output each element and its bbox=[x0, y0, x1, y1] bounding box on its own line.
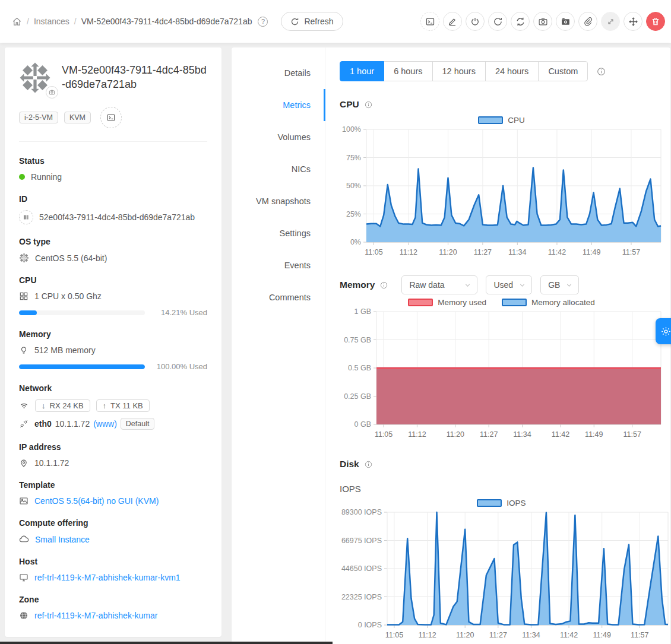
range-custom[interactable]: Custom bbox=[538, 61, 588, 81]
nic-name: eth0 bbox=[34, 419, 52, 429]
os-type-value: CentOS 5.5 (64-bit) bbox=[35, 253, 107, 263]
svg-text:11:12: 11:12 bbox=[400, 248, 417, 256]
tab-metrics[interactable]: Metrics bbox=[232, 89, 325, 121]
legend-iops[interactable]: IOPS bbox=[477, 499, 526, 507]
top-header: / Instances / VM-52e00f43-7911-4dc4-85bd… bbox=[0, 0, 671, 43]
svg-text:22325 IOPS: 22325 IOPS bbox=[341, 593, 382, 601]
memory-usage-label: 100.00% Used bbox=[157, 362, 207, 371]
location-pin-icon bbox=[19, 458, 29, 468]
memory-value: 512 MB memory bbox=[34, 345, 96, 355]
memory-unit-select[interactable]: GB bbox=[540, 275, 579, 294]
svg-text:11:57: 11:57 bbox=[631, 631, 648, 639]
cpu-chart[interactable]: 0%25%50%75%100%11:0511:1211:2011:2711:34… bbox=[340, 125, 663, 260]
bulb-icon bbox=[19, 345, 29, 355]
camera-badge-icon[interactable] bbox=[46, 86, 58, 99]
tab-events[interactable]: Events bbox=[232, 249, 325, 281]
svg-text:11:27: 11:27 bbox=[489, 631, 507, 639]
memory-info-icon[interactable] bbox=[379, 281, 388, 290]
nic-default-tag: Default bbox=[121, 418, 155, 430]
svg-text:11:34: 11:34 bbox=[508, 248, 526, 256]
cpu-chart-legend[interactable]: CPU bbox=[340, 116, 663, 125]
breadcrumb-current: VM-52e00f43-7911-4dc4-85bd-d69de7a721ab bbox=[81, 17, 252, 26]
ip-value: 10.1.1.72 bbox=[34, 458, 69, 468]
iops-chart[interactable]: 0 IOPS22325 IOPS44650 IOPS66975 IOPS8930… bbox=[340, 507, 670, 643]
console-icon[interactable] bbox=[100, 107, 122, 128]
legend-memory-allocated[interactable]: Memory allocated bbox=[502, 298, 595, 307]
chevron-down-icon bbox=[519, 282, 526, 288]
memory-chart[interactable]: 0 GB0.25 GB0.5 GB0.75 GB1 GB11:0511:1211… bbox=[340, 307, 663, 442]
host-link[interactable]: ref-trl-4119-k-M7-abhishek-kumar-kvm1 bbox=[34, 573, 181, 582]
host-section: Host ref-trl-4119-k-M7-abhishek-kumar-kv… bbox=[19, 557, 207, 582]
reinstall-button[interactable] bbox=[511, 12, 530, 31]
tx-chip[interactable]: ↑TX 11 KB bbox=[96, 399, 150, 412]
tab-settings[interactable]: Settings bbox=[232, 217, 325, 249]
range-6-hours[interactable]: 6 hours bbox=[384, 61, 432, 81]
memory-mode-select[interactable]: Raw data bbox=[401, 275, 477, 294]
reload-icon bbox=[290, 17, 299, 26]
scale-button[interactable] bbox=[601, 12, 620, 31]
cpu-value: 1 CPU x 0.50 Ghz bbox=[34, 291, 102, 301]
question-circle-icon[interactable]: ? bbox=[258, 17, 268, 27]
svg-text:89300 IOPS: 89300 IOPS bbox=[341, 508, 382, 516]
id-section: ID 52e00f43-7911-4dc4-85bd-d69de7a721ab bbox=[19, 194, 207, 224]
disk-title: Disk bbox=[340, 459, 359, 469]
memory-chart-legend[interactable]: Memory usedMemory allocated bbox=[340, 298, 663, 307]
settings-gear-button[interactable] bbox=[656, 318, 671, 344]
breadcrumb-instances[interactable]: Instances bbox=[34, 17, 69, 26]
cpu-info-icon[interactable] bbox=[364, 100, 373, 109]
main-area: VM-52e00f43-7911-4dc4-85bd-d69de7a721ab … bbox=[0, 43, 671, 644]
svg-text:11:42: 11:42 bbox=[552, 430, 569, 439]
range-12-hours[interactable]: 12 hours bbox=[432, 61, 486, 81]
compute-offering-section: Compute offering Small Instance bbox=[19, 518, 207, 544]
svg-text:11:20: 11:20 bbox=[439, 248, 457, 256]
home-icon[interactable] bbox=[12, 17, 22, 27]
template-link[interactable]: CentOS 5.5(64-bit) no GUI (KVM) bbox=[34, 496, 159, 506]
destroy-button[interactable] bbox=[646, 12, 665, 31]
range-1-hour[interactable]: 1 hour bbox=[340, 61, 384, 81]
reboot-button[interactable] bbox=[488, 12, 507, 31]
range-24-hours[interactable]: 24 hours bbox=[485, 61, 539, 81]
svg-text:66975 IOPS: 66975 IOPS bbox=[341, 537, 382, 545]
zone-link[interactable]: ref-trl-4119-k-M7-abhishek-kumar bbox=[34, 611, 157, 620]
svg-text:11:49: 11:49 bbox=[593, 631, 611, 639]
tab-details[interactable]: Details bbox=[232, 57, 325, 89]
migrate-button[interactable] bbox=[623, 12, 642, 31]
tab-nics[interactable]: NICs bbox=[232, 153, 325, 185]
svg-text:44650 IOPS: 44650 IOPS bbox=[341, 564, 382, 573]
picture-icon bbox=[19, 496, 29, 506]
legend-memory-used[interactable]: Memory used bbox=[408, 298, 486, 307]
cpu-usage-bar: 14.21% Used bbox=[19, 308, 207, 317]
tab-vm-snapshots[interactable]: VM snapshots bbox=[232, 185, 325, 217]
disk-info-icon[interactable] bbox=[364, 460, 373, 469]
cpu-grid-icon bbox=[19, 291, 29, 301]
template-section: Template CentOS 5.5(64-bit) no GUI (KVM) bbox=[19, 480, 207, 506]
snapshot-button[interactable] bbox=[533, 12, 552, 31]
svg-text:11:49: 11:49 bbox=[585, 430, 603, 439]
cpu-chart-title: CPU bbox=[340, 99, 359, 110]
memory-metric-select[interactable]: Used bbox=[486, 275, 532, 294]
edit-button[interactable] bbox=[443, 12, 462, 31]
cpu-section: CPU 1 CPU x 0.50 Ghz 14.21% Used bbox=[19, 275, 207, 317]
svg-text:11:57: 11:57 bbox=[622, 248, 640, 256]
time-range-group: 1 hour6 hours12 hours24 hoursCustom bbox=[340, 61, 588, 81]
nic-network-link[interactable]: (www) bbox=[93, 419, 117, 429]
power-button[interactable] bbox=[466, 12, 485, 31]
legend-swatch bbox=[502, 299, 527, 306]
attach-iso-button[interactable] bbox=[578, 12, 597, 31]
legend-cpu[interactable]: CPU bbox=[478, 116, 525, 125]
tab-comments[interactable]: Comments bbox=[232, 281, 325, 313]
svg-text:11:57: 11:57 bbox=[623, 430, 641, 439]
tab-volumes[interactable]: Volumes bbox=[232, 121, 325, 153]
wifi-icon bbox=[19, 401, 29, 411]
iops-chart-legend[interactable]: IOPS bbox=[340, 499, 663, 507]
metrics-content: 1 hour6 hours12 hours24 hoursCustom CPU … bbox=[325, 47, 670, 644]
info-icon[interactable] bbox=[596, 66, 606, 77]
refresh-button[interactable]: Refresh bbox=[281, 12, 343, 31]
instance-title: VM-52e00f43-7911-4dc4-85bd-d69de7a721ab bbox=[62, 62, 207, 94]
vm-snapshot-button[interactable] bbox=[556, 12, 575, 31]
console-button[interactable] bbox=[420, 12, 439, 31]
compute-offering-link[interactable]: Small Instance bbox=[35, 535, 90, 544]
rx-chip[interactable]: ↓RX 24 KB bbox=[35, 399, 90, 412]
barcode-icon bbox=[19, 210, 33, 224]
svg-text:75%: 75% bbox=[346, 154, 361, 162]
